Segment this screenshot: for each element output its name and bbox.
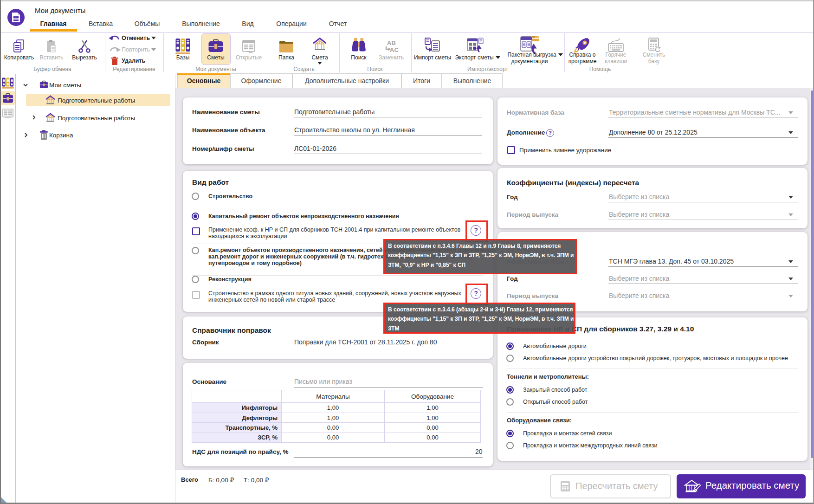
svg-text:AC: AC xyxy=(390,46,399,53)
svg-text:AB: AB xyxy=(387,39,396,46)
